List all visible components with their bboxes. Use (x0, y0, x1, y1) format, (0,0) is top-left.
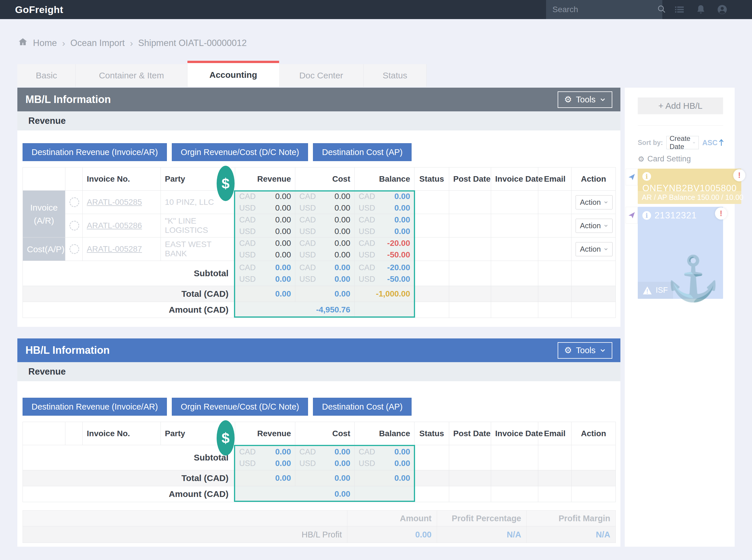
subtotal-cost: CAD0.00 USD0.00 (295, 445, 354, 470)
mbl-revenue-subheader: Revenue (17, 112, 621, 131)
row-select-placeholder[interactable] (69, 197, 79, 207)
destination-cost-button[interactable]: Destination Cost (AP) (313, 143, 411, 161)
hbl-card-oneynb[interactable]: ! ONEYNB2BV1005800 AR / AP Balance 150.0… (638, 168, 741, 204)
top-navbar: GoFreight (0, 0, 752, 19)
origin-revenue-cost-button[interactable]: Orgin Revenue/Cost (D/C Note) (172, 143, 308, 161)
profit-margin: N/A (527, 526, 616, 543)
total-row: Total (CAD) 0.00 0.00 0.00 (23, 470, 616, 486)
tab-status[interactable]: Status (364, 64, 427, 87)
origin-revenue-cost-button[interactable]: Orgin Revenue/Cost (D/C Note) (172, 398, 308, 416)
row-select-placeholder[interactable] (69, 221, 79, 231)
chevron-down-icon (599, 347, 606, 354)
paper-plane-icon (628, 173, 635, 181)
subtotal-revenue: CAD0.00 USD0.00 (235, 261, 295, 286)
profit-table-header: Amount Profit Percentage Profit Margin (23, 511, 616, 526)
invoice-link[interactable]: ARATL-005287 (87, 244, 142, 253)
amount-row: Amount (CAD) 0.00 (23, 486, 616, 502)
chevron-right-icon (130, 38, 133, 48)
sort-by-label: Sort by: (638, 139, 663, 147)
mbl-information-section: MB/L Information ⚙ Tools Revenue Destina… (17, 88, 621, 327)
revenue-cell: CAD0.00 USD0.00 (235, 238, 295, 261)
destination-revenue-button[interactable]: Destination Revenue (Invoice/AR) (23, 143, 167, 161)
mbl-table-wrap: $ Invoice No. Party Revenue Cost Balance… (23, 167, 615, 318)
mbl-tools-button[interactable]: ⚙ Tools (557, 92, 612, 108)
revenue-cell: CAD0.00 USD0.00 (235, 214, 295, 238)
amount-value: -4,950.76 (316, 305, 350, 314)
row-action-button[interactable]: Action (575, 242, 613, 256)
user-avatar-icon[interactable] (717, 4, 728, 15)
arrow-up-icon (718, 139, 725, 146)
cost-cell: CAD0.00 USD0.00 (295, 191, 354, 214)
subtotal-row: Subtotal CAD0.00 USD0.00 CAD0.00 USD0.00… (23, 445, 616, 470)
hbl-card-21312321[interactable]: ! 21312321 ⚓ ISF (638, 207, 723, 299)
hbl-card-balance: AR / AP Balance 150.00 / 10.00 (638, 191, 741, 204)
sort-field-select[interactable]: Create Date (666, 136, 699, 149)
subtotal-cost: CAD0.00 USD0.00 (295, 261, 354, 286)
card-setting-button[interactable]: ⚙ Card Setting (638, 155, 723, 163)
gear-icon: ⚙ (638, 155, 645, 163)
hbl-card-row: ! 21312321 ⚓ ISF (626, 207, 723, 299)
balance-cell: CAD0.00 USD0.00 (354, 191, 414, 214)
row-select-placeholder[interactable] (69, 244, 79, 254)
breadcrumb-ocean-import[interactable]: Ocean Import (70, 38, 125, 48)
tab-doc-center[interactable]: Doc Center (279, 64, 364, 87)
destination-revenue-button[interactable]: Destination Revenue (Invoice/AR) (23, 398, 167, 416)
invoice-link[interactable]: ARATL-005286 (87, 221, 142, 230)
dollar-highlight-icon: $ (217, 420, 235, 456)
home-icon[interactable] (18, 37, 28, 49)
total-revenue: 0.00 (275, 289, 291, 298)
chevron-down-icon (604, 223, 608, 228)
send-hbl-button[interactable] (626, 207, 638, 224)
search-icon[interactable] (657, 4, 666, 15)
dollar-highlight-icon: $ (217, 166, 235, 201)
send-hbl-button[interactable] (626, 168, 638, 185)
total-cost: 0.00 (334, 474, 350, 482)
hbl-accounting-table: Invoice No. Party Revenue Cost Balance S… (23, 422, 616, 502)
sort-direction-toggle[interactable]: ASC (702, 139, 725, 147)
chevron-down-icon (599, 96, 606, 103)
row-action-button[interactable]: Action (575, 195, 613, 209)
chevron-down-icon (604, 247, 608, 252)
tab-basic[interactable]: Basic (17, 64, 76, 87)
invoice-link[interactable]: ARATL-005285 (87, 198, 142, 206)
mbl-accounting-table: Invoice No. Party Revenue Cost Balance S… (23, 167, 616, 318)
amount-row: Amount (CAD) -4,950.76 (23, 302, 616, 318)
sidebar-divider (638, 125, 723, 125)
total-balance: -1,000.00 (376, 289, 410, 298)
hbl-section-header: HB/L Information ⚙ Tools (17, 338, 621, 362)
hbl-information-section: HB/L Information ⚙ Tools Revenue Destina… (17, 338, 621, 547)
cost-cell: CAD0.00 USD0.00 (295, 214, 354, 238)
mbl-section-header: MB/L Information ⚙ Tools (17, 88, 621, 112)
tab-container-item[interactable]: Container & Item (76, 64, 187, 87)
task-list-icon[interactable] (674, 4, 685, 15)
add-hbl-button[interactable]: + Add HB/L (638, 98, 723, 114)
total-cost: 0.00 (334, 289, 350, 298)
notifications-bell-icon[interactable] (695, 4, 706, 15)
breadcrumb-home[interactable]: Home (33, 38, 57, 48)
profit-amount: 0.00 (347, 526, 437, 543)
tab-accounting[interactable]: Accounting (187, 61, 279, 87)
revenue-cell: CAD0.00 USD0.00 (235, 191, 295, 214)
alert-badge[interactable]: ! (715, 207, 727, 220)
chevron-right-icon (62, 38, 65, 48)
row-action-button[interactable]: Action (575, 219, 613, 233)
profit-percentage: N/A (437, 526, 527, 543)
hbl-tools-button[interactable]: ⚙ Tools (557, 342, 612, 359)
warning-icon (643, 286, 652, 295)
info-icon[interactable] (643, 172, 651, 181)
balance-cell: CAD-20.00 USD-50.00 (354, 238, 414, 261)
hbl-table-wrap: $ Invoice No. Party Revenue Cost Balance… (23, 422, 615, 502)
search-input[interactable] (552, 5, 657, 14)
subtotal-row: Subtotal CAD0.00 USD0.00 CAD0.00 USD0.00… (23, 261, 616, 286)
info-icon[interactable] (643, 211, 651, 220)
balance-cell: CAD0.00 USD0.00 (354, 214, 414, 238)
hbl-table-header: Invoice No. Party Revenue Cost Balance S… (23, 422, 616, 445)
gofreight-logo[interactable]: GoFreight (15, 4, 63, 15)
hbl-action-buttons: Destination Revenue (Invoice/AR) Orgin R… (23, 398, 615, 416)
hbl-card-list: ! ONEYNB2BV1005800 AR / AP Balance 150.0… (626, 168, 723, 299)
destination-cost-button[interactable]: Destination Cost (AP) (313, 398, 411, 416)
sort-controls: Sort by: Create Date ASC (638, 136, 723, 149)
alert-badge[interactable]: ! (733, 169, 745, 181)
subtotal-balance: CAD-20.00 USD-50.00 (354, 261, 414, 286)
profit-row: HB/L Profit 0.00 N/A N/A (23, 526, 616, 543)
